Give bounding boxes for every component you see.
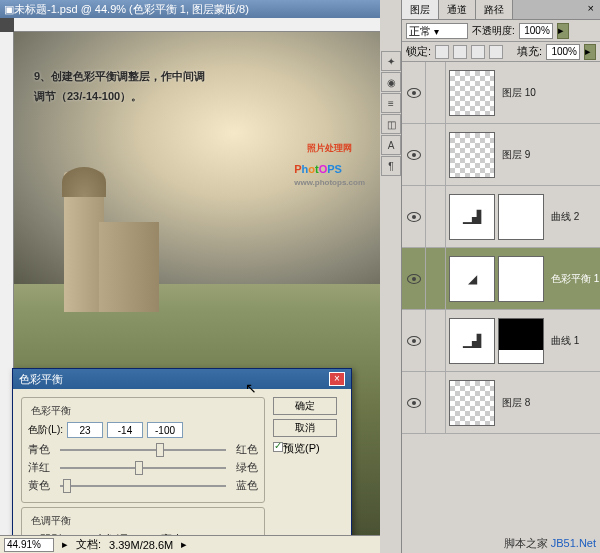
layer-name-label[interactable]: 色彩平衡 1 <box>547 272 599 286</box>
level-input-2[interactable] <box>107 422 143 438</box>
level-input-1[interactable] <box>67 422 103 438</box>
lock-transparency-icon[interactable] <box>435 45 449 59</box>
layer-row[interactable]: ▁▟曲线 1 <box>402 310 600 372</box>
chevron-right-icon[interactable]: ▸ <box>62 538 68 551</box>
chevron-right-icon[interactable]: ▸ <box>181 538 187 551</box>
eye-icon <box>407 274 421 284</box>
tab-channels[interactable]: 通道 <box>439 0 476 19</box>
tone-balance-group-label: 色调平衡 <box>28 514 74 528</box>
ruler-horizontal[interactable] <box>14 18 380 32</box>
visibility-toggle[interactable] <box>402 124 426 185</box>
layer-name-label[interactable]: 曲线 2 <box>547 210 579 224</box>
preview-checkbox[interactable]: 预览(P) <box>273 441 320 456</box>
instruction-text: 9、创建色彩平衡调整层，作中间调 调节（23/-14-100）。 <box>34 67 205 107</box>
layer-link-area[interactable] <box>426 372 446 433</box>
lock-position-icon[interactable] <box>471 45 485 59</box>
magenta-label: 洋红 <box>28 460 56 475</box>
fill-input[interactable] <box>546 44 580 60</box>
eye-icon <box>407 336 421 346</box>
adjustment-thumbnail[interactable]: ◢ <box>449 256 495 302</box>
tool-button-5[interactable]: A <box>381 135 401 155</box>
layer-name-label[interactable]: 曲线 1 <box>547 334 579 348</box>
title-icon: ▣ <box>4 3 14 16</box>
blend-mode-select[interactable]: 正常 ▾ <box>406 23 468 39</box>
green-label: 绿色 <box>230 460 258 475</box>
layer-name-label[interactable]: 图层 8 <box>498 396 530 410</box>
layer-row[interactable]: ◢色彩平衡 1 <box>402 248 600 310</box>
canvas-image-castle <box>64 152 154 332</box>
dialog-titlebar[interactable]: 色彩平衡 × <box>13 369 351 389</box>
opacity-label: 不透明度: <box>472 24 515 38</box>
visibility-toggle[interactable] <box>402 186 426 247</box>
opacity-input[interactable] <box>519 23 553 39</box>
doc-label: 文档: <box>76 537 101 552</box>
tab-paths[interactable]: 路径 <box>476 0 513 19</box>
layer-thumbnail[interactable] <box>449 70 495 116</box>
lock-pixels-icon[interactable] <box>453 45 467 59</box>
tool-button-2[interactable]: ◉ <box>381 72 401 92</box>
visibility-toggle[interactable] <box>402 62 426 123</box>
layer-thumbnail[interactable] <box>449 380 495 426</box>
fill-label: 填充: <box>517 44 542 59</box>
eye-icon <box>407 212 421 222</box>
color-balance-group-label: 色彩平衡 <box>28 404 74 418</box>
eye-icon <box>407 150 421 160</box>
mask-thumbnail[interactable] <box>498 194 544 240</box>
layer-row[interactable]: 图层 8 <box>402 372 600 434</box>
lock-label: 锁定: <box>406 44 431 59</box>
statusbar: ▸ 文档: 3.39M/28.6M ▸ <box>0 535 380 553</box>
layers-list[interactable]: 图层 10图层 9▁▟曲线 2◢色彩平衡 1▁▟曲线 1图层 8 <box>402 62 600 553</box>
dialog-title: 色彩平衡 <box>19 372 63 387</box>
visibility-toggle[interactable] <box>402 372 426 433</box>
panel-menu-icon[interactable]: × <box>582 0 600 19</box>
layer-link-area[interactable] <box>426 62 446 123</box>
cyan-red-slider[interactable] <box>60 443 226 457</box>
doc-size: 3.39M/28.6M <box>109 539 173 551</box>
layer-name-label[interactable]: 图层 10 <box>498 86 536 100</box>
color-balance-dialog: 色彩平衡 × 色彩平衡 色阶(L): 青色 <box>12 368 352 553</box>
layer-row[interactable]: 图层 9 <box>402 124 600 186</box>
layer-thumbnail[interactable] <box>449 132 495 178</box>
lock-all-icon[interactable] <box>489 45 503 59</box>
cyan-label: 青色 <box>28 442 56 457</box>
visibility-toggle[interactable] <box>402 248 426 309</box>
collapsed-toolstrip: ✦ ◉ ≡ ◫ A ¶ <box>380 0 402 553</box>
layer-link-area[interactable] <box>426 310 446 371</box>
mask-thumbnail[interactable] <box>498 256 544 302</box>
footer-credit: 脚本之家 JB51.Net <box>504 536 596 551</box>
magenta-green-slider[interactable] <box>60 461 226 475</box>
document-titlebar: ▣ 未标题-1.psd @ 44.9% (色彩平衡 1, 图层蒙版/8) <box>0 0 380 18</box>
eye-icon <box>407 88 421 98</box>
eye-icon <box>407 398 421 408</box>
document-title: 未标题-1.psd @ 44.9% (色彩平衡 1, 图层蒙版/8) <box>14 2 249 17</box>
tab-layers[interactable]: 图层 <box>402 0 439 19</box>
layer-link-area[interactable] <box>426 124 446 185</box>
mask-thumbnail[interactable] <box>498 318 544 364</box>
levels-label: 色阶(L): <box>28 423 63 437</box>
ok-button[interactable]: 确定 <box>273 397 337 415</box>
tool-button-1[interactable]: ✦ <box>381 51 401 71</box>
tool-button-3[interactable]: ≡ <box>381 93 401 113</box>
tool-button-6[interactable]: ¶ <box>381 156 401 176</box>
blue-label: 蓝色 <box>230 478 258 493</box>
fill-flyout-icon[interactable]: ▸ <box>584 44 596 60</box>
layer-row[interactable]: 图层 10 <box>402 62 600 124</box>
layer-link-area[interactable] <box>426 186 446 247</box>
yellow-blue-slider[interactable] <box>60 479 226 493</box>
close-icon[interactable]: × <box>329 372 345 386</box>
adjustment-thumbnail[interactable]: ▁▟ <box>449 318 495 364</box>
zoom-input[interactable] <box>4 538 54 552</box>
level-input-3[interactable] <box>147 422 183 438</box>
layer-row[interactable]: ▁▟曲线 2 <box>402 186 600 248</box>
adjustment-thumbnail[interactable]: ▁▟ <box>449 194 495 240</box>
tool-button-4[interactable]: ◫ <box>381 114 401 134</box>
cancel-button[interactable]: 取消 <box>273 419 337 437</box>
opacity-flyout-icon[interactable]: ▸ <box>557 23 569 39</box>
layer-name-label[interactable]: 图层 9 <box>498 148 530 162</box>
layer-link-area[interactable] <box>426 248 446 309</box>
watermark-logo: 照片处理网 PhotOPS www.photops.com <box>294 142 365 187</box>
visibility-toggle[interactable] <box>402 310 426 371</box>
yellow-label: 黄色 <box>28 478 56 493</box>
red-label: 红色 <box>230 442 258 457</box>
